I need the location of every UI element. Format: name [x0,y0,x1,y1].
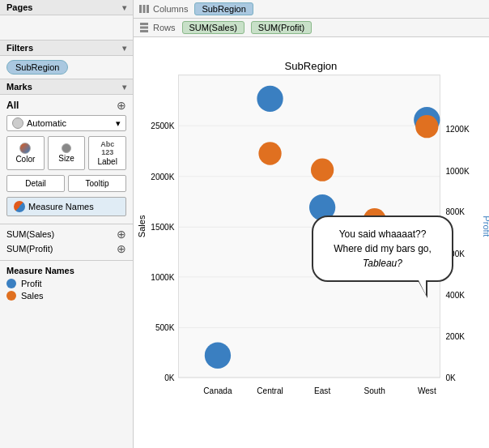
dot-central-profit [258,142,281,164]
svg-text:0K: 0K [446,373,457,382]
size-icon [62,143,71,153]
marks-type-icon [12,117,23,129]
sum-profit-label: SUM(Profit) [6,244,53,254]
dot-canada-sales [205,343,231,369]
label-icon: Abc123 [100,140,114,156]
filters-header: Filters ▾ [0,41,133,56]
left-panel: Pages ▾ Filters ▾ SubRegion Marks ▾ Al [0,0,134,448]
tooltip-label: Tooltip [86,179,109,188]
speech-line3: Tableau? [363,258,402,269]
x-label-east: East [314,386,330,395]
measure-names-button[interactable]: Measure Names [6,197,126,216]
rows-sum-profit-pill[interactable]: SUM(Profit) [251,21,312,34]
dot-east-profit [311,159,334,181]
svg-text:500K: 500K [155,323,175,332]
svg-text:0K: 0K [164,373,175,382]
subregion-filter-pill[interactable]: SubRegion [6,60,68,75]
marks-section: Marks ▾ All ⊕ Automatic ▾ [0,79,133,224]
chart-title: SubRegion [285,60,338,72]
measure-names-label: Measure Names [28,202,94,211]
rows-icon [138,22,150,33]
svg-rect-3 [140,23,148,25]
rows-sum-sales-pill[interactable]: SUM(Sales) [182,21,244,34]
y-axis-left-label: Sales [137,215,147,237]
svg-text:2000K: 2000K [151,173,174,181]
x-label-canada: Canada [203,386,232,395]
sum-sales-toggle: ⊕ [117,228,126,241]
legend-sales-item: Sales [6,291,126,301]
marks-header: Marks ▾ [0,79,133,95]
legend-profit-item: Profit [6,279,126,288]
label-button[interactable]: Abc123 Label [88,136,126,170]
svg-text:1200K: 1200K [446,125,470,134]
columns-label: Columns [138,3,188,15]
marks-type-dropdown[interactable]: Automatic ▾ [6,115,126,131]
marks-all-label: All [6,100,19,111]
pages-section: Pages ▾ [0,0,133,41]
sum-profit-toggle: ⊕ [117,242,126,255]
x-label-central: Central [257,386,283,395]
legend-profit-label: Profit [21,279,42,288]
size-button[interactable]: Size [48,136,86,170]
label-label: Label [97,157,117,166]
svg-text:2500K: 2500K [151,122,174,130]
color-label: Color [15,155,35,164]
marks-content: All ⊕ Automatic ▾ Color [0,95,133,224]
pages-header: Pages ▾ [0,0,133,15]
legend-sales-dot [6,291,16,301]
dot-west-profit [415,115,438,138]
dot-central-sales [257,86,283,112]
svg-text:1500K: 1500K [151,223,174,232]
svg-text:200K: 200K [446,332,466,341]
speech-line1: You said whaaaat?? [339,228,427,240]
filters-label: Filters [6,43,33,53]
svg-rect-1 [143,5,146,13]
x-label-west: West [418,386,436,395]
marks-all-row: All ⊕ [6,99,126,112]
pages-label: Pages [6,2,32,12]
svg-text:1000K: 1000K [151,273,174,282]
measure-names-icon [14,201,25,212]
tooltip-button[interactable]: Tooltip [68,175,126,192]
chart-area: SubRegion 0K 500K 1000K 1500K 2000K 2500… [134,37,489,448]
marks-toggle: ⊕ [117,99,126,112]
marks-arrow: ▾ [122,83,126,92]
legend-section: Measure Names Profit Sales [0,261,133,308]
detail-button[interactable]: Detail [6,175,65,192]
legend-sales-label: Sales [21,291,44,301]
svg-rect-2 [147,5,149,13]
rows-label: Rows [138,22,176,33]
sum-sales-label: SUM(Sales) [6,229,54,239]
marks-automatic-label: Automatic [27,118,66,128]
filters-section: Filters ▾ SubRegion [0,41,133,79]
sum-profit-row: SUM(Profit) ⊕ [6,242,126,255]
svg-text:400K: 400K [446,291,466,300]
detail-label: Detail [25,179,46,188]
legend-profit-dot [6,279,16,288]
sum-sales-row: SUM(Sales) ⊕ [6,228,126,241]
svg-rect-4 [140,27,148,29]
y-axis-right-label: Profit [482,215,489,237]
size-label: Size [58,154,74,163]
pages-arrow: ▾ [122,3,126,12]
columns-icon [138,3,150,15]
sum-section: SUM(Sales) ⊕ SUM(Profit) ⊕ [0,224,133,261]
dropdown-arrow: ▾ [116,118,121,129]
color-button[interactable]: Color [6,136,45,170]
marks-dropdown-content: Automatic [12,117,66,129]
marks-buttons-2: Detail Tooltip [6,175,126,192]
legend-title: Measure Names [6,266,126,275]
right-panel: Columns SubRegion Rows SUM(Sales) SUM(Pr… [134,0,489,448]
marks-label: Marks [6,82,32,92]
speech-bubble: You said whaaaat?? Where did my bars go,… [312,215,453,282]
marks-buttons: Color Size Abc123 Label [6,136,126,170]
columns-subregion-pill[interactable]: SubRegion [194,2,253,15]
svg-text:800K: 800K [446,207,466,216]
svg-rect-5 [140,30,148,32]
color-swatch-icon [19,143,31,154]
speech-line2: Where did my bars go, [334,243,432,254]
filters-arrow: ▾ [122,44,126,53]
columns-toolbar: Columns SubRegion [134,0,489,19]
svg-text:1000K: 1000K [446,167,470,176]
x-label-south: South [364,386,385,395]
